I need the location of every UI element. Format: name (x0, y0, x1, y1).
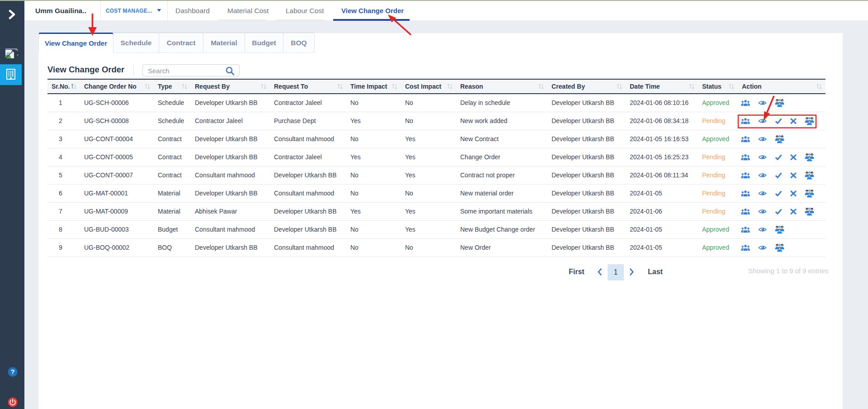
svg-text:?: ? (11, 368, 15, 376)
